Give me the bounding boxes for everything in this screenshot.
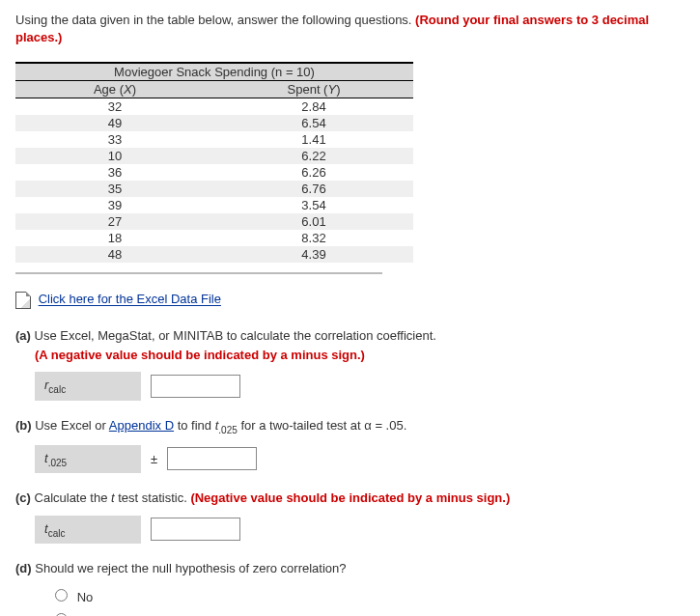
cell-age: 36 [15, 164, 214, 181]
table-row: 331.41 [15, 131, 413, 148]
col-header-y: Spent (Y) [214, 81, 413, 98]
data-table: Moviegoer Snack Spending (n = 10) Age (X… [15, 62, 413, 263]
t025-label: t.025 [35, 445, 141, 474]
table-row: 356.76 [15, 181, 413, 197]
radio-no-label[interactable]: No [50, 586, 685, 607]
cell-age: 35 [15, 181, 214, 197]
question-d: (d) Should we reject the null hypothesis… [15, 559, 685, 616]
qa-note: (A negative value should be indicated by… [15, 348, 365, 362]
question-a: (a) Use Excel, MegaStat, or MINITAB to c… [15, 326, 685, 401]
qd-text: Should we reject the null hypothesis of … [35, 561, 346, 575]
col-header-x: Age (X) [15, 81, 214, 98]
q-label-d: (d) [15, 561, 32, 575]
table-row: 484.39 [15, 246, 413, 263]
question-c: (c) Calculate the t test statistic. (Neg… [15, 489, 685, 544]
table-title: Moviegoer Snack Spending (n = 10) [15, 63, 413, 81]
table-row: 106.22 [15, 148, 413, 164]
qb-tsub: .025 [218, 425, 237, 435]
excel-data-link[interactable]: Click here for the Excel Data File [39, 293, 221, 307]
table-row: 496.54 [15, 115, 413, 131]
radio-no[interactable] [55, 589, 68, 602]
question-intro: Using the data given in the table below,… [15, 12, 685, 46]
cell-age: 48 [15, 246, 214, 263]
cell-spent: 6.76 [214, 181, 413, 197]
cell-spent: 4.39 [214, 246, 413, 263]
cell-spent: 2.84 [214, 98, 413, 116]
separator-rule [15, 272, 382, 274]
cell-age: 18 [15, 230, 214, 246]
qa-text: Use Excel, MegaStat, or MINITAB to calcu… [35, 328, 436, 343]
cell-spent: 3.54 [214, 197, 413, 213]
table-row: 393.54 [15, 197, 413, 213]
qb-text-mid: to find [174, 418, 215, 433]
question-b: (b) Use Excel or Appendix D to find t.02… [15, 416, 685, 473]
table-row: 276.01 [15, 213, 413, 230]
cell-spent: 6.22 [214, 148, 413, 164]
tcalc-input[interactable] [151, 518, 240, 541]
rcalc-label: rcalc [35, 372, 141, 401]
cell-spent: 6.01 [214, 213, 413, 230]
q-label-c: (c) [15, 490, 31, 505]
qc-note: (Negative value should be indicated by a… [190, 490, 510, 505]
cell-age: 33 [15, 131, 214, 148]
table-row: 366.26 [15, 164, 413, 181]
cell-spent: 6.54 [214, 115, 413, 131]
tcalc-label: tcalc [35, 516, 141, 545]
q-label-b: (b) [15, 418, 32, 433]
rcalc-input[interactable] [151, 375, 240, 398]
qc-text-after: test statistic. [115, 490, 187, 505]
cell-age: 39 [15, 197, 214, 213]
cell-age: 32 [15, 98, 214, 116]
cell-age: 49 [15, 115, 214, 131]
q-label-a: (a) [15, 328, 31, 343]
table-row: 322.84 [15, 98, 413, 116]
cell-age: 10 [15, 148, 214, 164]
excel-link-row: Click here for the Excel Data File [15, 292, 685, 309]
radio-yes-label[interactable]: Yes [50, 610, 685, 616]
file-icon [15, 292, 31, 309]
qb-text-after: for a two-tailed test at α = .05. [238, 418, 407, 433]
qc-text-before: Calculate the [35, 490, 112, 505]
qb-text-before: Use Excel or [35, 418, 109, 433]
cell-age: 27 [15, 213, 214, 230]
table-row: 188.32 [15, 230, 413, 246]
cell-spent: 1.41 [214, 131, 413, 148]
plus-minus-sign: ± [151, 450, 157, 469]
intro-text: Using the data given in the table below,… [15, 13, 411, 27]
cell-spent: 6.26 [214, 164, 413, 181]
t025-input[interactable] [167, 447, 257, 470]
appendix-link[interactable]: Appendix D [109, 418, 174, 433]
cell-spent: 8.32 [214, 230, 413, 246]
